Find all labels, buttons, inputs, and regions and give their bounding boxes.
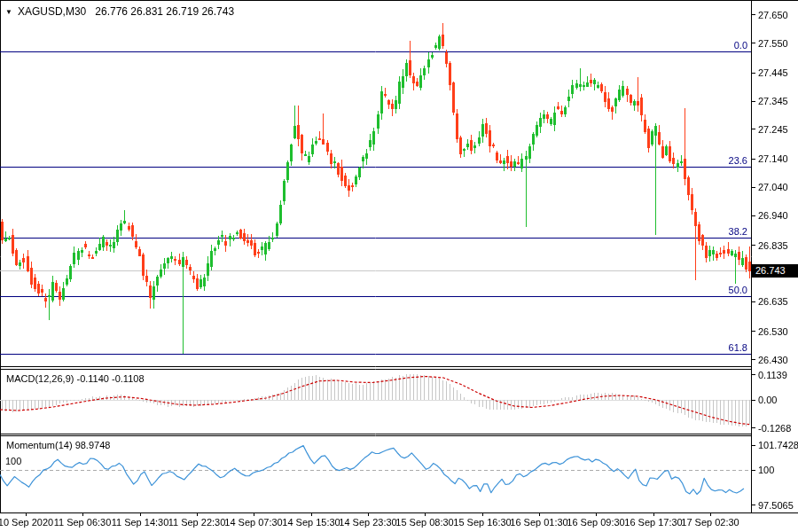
macd-tick-label: 0.00 <box>758 395 777 405</box>
price-tick-label: 27.345 <box>758 96 788 106</box>
time-tick-label: 17 Sep 02:30 <box>681 517 739 528</box>
chart-title-row: ▼XAGUSD,M3026.776 26.831 26.719 26.743 <box>5 5 234 18</box>
time-tick-label: 11 Sep 06:30 <box>54 517 112 528</box>
time-tick-label: 14 Sep 15:30 <box>282 517 340 528</box>
time-tick-label: 11 Sep 22:30 <box>168 517 226 528</box>
fib-level-label: 23.6 <box>0 155 747 166</box>
current-price-badge: 26.743 <box>752 264 798 278</box>
time-tick-label: 14 Sep 07:30 <box>224 517 282 528</box>
fib-level-label: 0.0 <box>0 40 747 51</box>
ohlc-values: 26.776 26.831 26.719 26.743 <box>95 5 234 18</box>
macd-tick-label: 0.1139 <box>758 370 787 380</box>
price-tick-label: 26.635 <box>758 296 788 307</box>
fib-level-label: 50.0 <box>0 285 747 295</box>
price-tick-label: 27.245 <box>758 124 788 135</box>
time-tick-label: 11 Sep 14:30 <box>112 517 169 528</box>
time-tick-label: 15 Sep 08:30 <box>395 517 453 528</box>
momentum-tick-label: 100 <box>758 465 774 475</box>
price-tick-label: 27.550 <box>758 38 788 49</box>
price-tick-label: 27.040 <box>758 182 788 192</box>
time-tick-label: 14 Sep 23:30 <box>339 517 396 528</box>
price-tick-label: 27.650 <box>758 10 788 20</box>
fib-level-label: 61.8 <box>0 342 747 353</box>
time-tick-label: 16 Sep 17:30 <box>624 517 682 528</box>
momentum-indicator-label: Momentum(14) 98.9748 <box>6 440 110 450</box>
trading-chart-window: ▼XAGUSD,M3026.776 26.831 26.719 26.743 2… <box>0 0 798 532</box>
price-tick-label: 26.835 <box>758 240 788 251</box>
price-tick-label: 26.940 <box>758 210 788 221</box>
macd-tick-label: -0.1268 <box>758 423 791 434</box>
price-tick-label: 27.140 <box>758 153 788 164</box>
momentum-tick-label: 97.5065 <box>758 500 794 511</box>
fib-level-label: 38.2 <box>0 226 747 237</box>
price-tick-label: 26.530 <box>758 326 788 337</box>
symbol-expander-icon[interactable]: ▼ <box>5 8 12 16</box>
price-tick-label: 27.445 <box>758 67 788 78</box>
symbol-timeframe-label: XAGUSD,M30 <box>18 5 86 18</box>
momentum-tick-label: 101.7428 <box>758 440 798 450</box>
time-tick-label: 16 Sep 09:30 <box>567 517 624 528</box>
price-tick-label: 26.430 <box>758 355 788 365</box>
time-tick-label: 10 Sep 2020 <box>0 517 53 528</box>
momentum-level-label: 100 <box>5 456 21 466</box>
time-tick-label: 16 Sep 01:30 <box>510 517 567 528</box>
chart-canvas[interactable] <box>0 0 798 532</box>
time-tick-label: 15 Sep 16:30 <box>453 517 511 528</box>
macd-indicator-label: MACD(12,26,9) -0.1140 -0.1108 <box>6 373 145 384</box>
